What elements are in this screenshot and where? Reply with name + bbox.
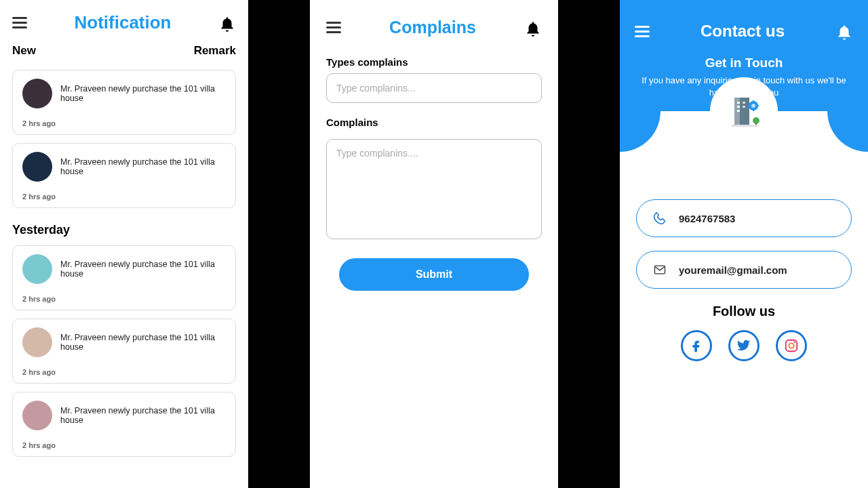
notification-card[interactable]: Mr. Praveen newly purchase the 101 villa… xyxy=(12,319,236,384)
svg-rect-2 xyxy=(737,102,740,104)
svg-rect-6 xyxy=(743,106,745,108)
svg-rect-11 xyxy=(732,125,759,127)
svg-rect-5 xyxy=(743,102,745,104)
notification-time: 2 hrs ago xyxy=(22,119,226,127)
remark-label: Remark xyxy=(194,44,236,58)
header: Notification xyxy=(0,0,248,39)
phone-row[interactable]: 9624767583 xyxy=(636,199,852,237)
svg-point-9 xyxy=(753,117,760,124)
bell-icon[interactable] xyxy=(524,19,542,37)
header-section: Contact us Get in Touch If you have any … xyxy=(620,0,868,152)
facebook-icon[interactable] xyxy=(681,330,712,361)
svg-point-14 xyxy=(789,344,793,348)
social-row xyxy=(636,330,852,361)
svg-point-8 xyxy=(751,104,755,108)
notification-card[interactable]: Mr. Praveen newly purchase the 101 villa… xyxy=(12,245,236,310)
avatar xyxy=(22,254,52,284)
notification-text: Mr. Praveen newly purchase the 101 villa… xyxy=(60,157,226,176)
notification-time: 2 hrs ago xyxy=(22,368,226,376)
avatar xyxy=(22,152,52,182)
types-input[interactable] xyxy=(326,73,542,103)
tagline: Get in Touch xyxy=(620,56,868,70)
complains-textarea[interactable] xyxy=(326,139,542,239)
building-icon xyxy=(710,77,778,145)
contact-screen: Contact us Get in Touch If you have any … xyxy=(620,0,868,488)
menu-icon[interactable] xyxy=(635,26,650,37)
menu-icon[interactable] xyxy=(326,22,341,33)
header: Contact us xyxy=(620,12,868,50)
new-label: New xyxy=(12,44,36,58)
twitter-icon[interactable] xyxy=(728,330,760,361)
svg-point-15 xyxy=(794,342,795,343)
phone-value: 9624767583 xyxy=(679,213,735,224)
yesterday-label: Yesterday xyxy=(0,216,248,241)
notification-text: Mr. Praveen newly purchase the 101 villa… xyxy=(60,84,226,103)
complain-form: Types complains Complains Submit xyxy=(310,49,558,298)
notification-card[interactable]: Mr. Praveen newly purchase the 101 villa… xyxy=(12,143,236,208)
submit-button[interactable]: Submit xyxy=(339,258,529,291)
bell-icon[interactable] xyxy=(835,22,853,40)
menu-icon[interactable] xyxy=(12,17,27,28)
follow-label: Follow us xyxy=(636,304,852,319)
instagram-icon[interactable] xyxy=(776,330,807,361)
notification-text: Mr. Praveen newly purchase the 101 villa… xyxy=(60,260,226,279)
notification-time: 2 hrs ago xyxy=(22,192,226,201)
page-title: Contact us xyxy=(701,22,785,41)
page-title: Notification xyxy=(75,12,172,33)
notification-screen: Notification New Remark Mr. Praveen newl… xyxy=(0,0,248,488)
avatar xyxy=(22,79,52,108)
notification-text: Mr. Praveen newly purchase the 101 villa… xyxy=(60,333,226,352)
email-row[interactable]: youremail@gmail.com xyxy=(636,251,852,289)
bell-icon[interactable] xyxy=(218,14,236,32)
email-value: youremail@gmail.com xyxy=(679,264,787,276)
svg-rect-4 xyxy=(737,110,740,112)
phone-icon xyxy=(653,211,667,225)
page-title: Complains xyxy=(389,18,476,37)
notification-card[interactable]: Mr. Praveen newly purchase the 101 villa… xyxy=(12,70,236,135)
notification-time: 2 hrs ago xyxy=(22,441,226,449)
complains-screen: Complains Types complains Complains Subm… xyxy=(310,0,558,488)
complains-label: Complains xyxy=(326,117,542,128)
avatar xyxy=(22,327,52,357)
contact-body: 9624767583 youremail@gmail.com Follow us xyxy=(620,152,868,361)
avatar xyxy=(22,401,52,430)
section-headers: New Remark xyxy=(0,39,248,66)
notification-text: Mr. Praveen newly purchase the 101 villa… xyxy=(60,406,226,425)
svg-rect-3 xyxy=(737,106,740,108)
header: Complains xyxy=(310,0,558,49)
notification-time: 2 hrs ago xyxy=(22,295,226,303)
types-label: Types complains xyxy=(326,56,542,68)
notification-card[interactable]: Mr. Praveen newly purchase the 101 villa… xyxy=(12,392,236,457)
mail-icon xyxy=(653,263,667,277)
